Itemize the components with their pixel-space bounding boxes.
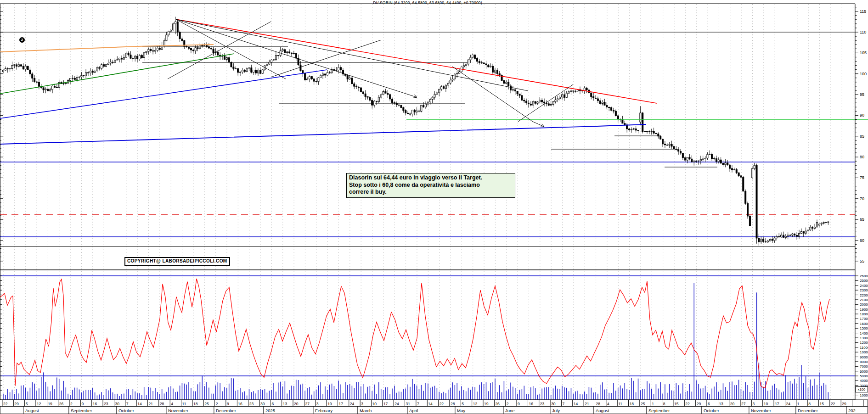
svg-text:16: 16 (238, 402, 242, 406)
svg-text:8: 8 (663, 402, 665, 406)
svg-text:25000: 25000 (860, 279, 868, 283)
svg-text:1000: 1000 (860, 393, 868, 397)
svg-text:25: 25 (204, 402, 209, 406)
orange-ma (0, 45, 214, 52)
fan-1 (176, 19, 286, 79)
svg-text:14000: 14000 (860, 331, 868, 336)
svg-text:March: March (360, 408, 372, 413)
svg-text:15: 15 (820, 402, 824, 406)
svg-text:12: 12 (473, 402, 478, 406)
svg-text:30: 30 (115, 402, 120, 406)
svg-text:13: 13 (719, 402, 723, 406)
svg-text:80: 80 (860, 155, 864, 159)
svg-text:5: 5 (26, 402, 28, 406)
svg-text:22: 22 (685, 402, 690, 406)
svg-text:1: 1 (797, 402, 800, 406)
svg-text:16: 16 (93, 402, 97, 406)
svg-text:27: 27 (305, 402, 310, 406)
blue-longterm-ma (0, 124, 646, 144)
svg-text:September: September (648, 408, 670, 413)
svg-text:9000: 9000 (860, 355, 868, 359)
svg-text:22000: 22000 (860, 293, 868, 297)
svg-text:28: 28 (596, 402, 601, 406)
svg-text:29: 29 (14, 402, 19, 406)
svg-text:9: 9 (518, 402, 520, 406)
svg-text:13: 13 (283, 402, 287, 406)
date-axis: 2229512192629162330714212841118252916233… (2, 400, 868, 407)
svg-text:27: 27 (741, 402, 746, 406)
svg-text:26: 26 (495, 402, 500, 406)
annotation-line: Diasorin sui 64,44 euro in viaggio verso… (349, 174, 513, 182)
svg-text:November: November (751, 408, 771, 413)
svg-text:19000: 19000 (860, 308, 868, 312)
svg-text:7: 7 (417, 402, 419, 406)
svg-text:110: 110 (860, 30, 866, 34)
svg-text:11: 11 (618, 402, 622, 406)
svg-text:6000: 6000 (860, 369, 868, 374)
svg-text:26000: 26000 (860, 274, 868, 278)
svg-text:October: October (704, 408, 719, 413)
fan-2 (176, 19, 417, 97)
svg-text:90: 90 (860, 113, 864, 117)
svg-text:7000: 7000 (860, 364, 868, 369)
svg-text:29: 29 (697, 402, 701, 406)
svg-text:6: 6 (271, 402, 274, 406)
svg-text:18: 18 (193, 402, 198, 406)
svg-text:17000: 17000 (860, 317, 868, 321)
svg-text:4: 4 (607, 402, 609, 406)
svg-text:June: June (505, 408, 515, 413)
svg-text:3: 3 (752, 402, 755, 406)
date-cell (852, 400, 863, 407)
svg-text:19: 19 (48, 402, 52, 406)
month-axis: AugustSeptemberOctoberNovemberDecember20… (0, 407, 868, 414)
svg-text:4: 4 (171, 402, 173, 406)
svg-text:17: 17 (775, 402, 779, 406)
oscillator-line (0, 279, 829, 388)
circled-2-marker: 2 (19, 37, 25, 43)
svg-text:2: 2 (216, 402, 218, 406)
svg-text:5000: 5000 (860, 374, 868, 378)
svg-text:17: 17 (339, 402, 344, 406)
svg-text:60: 60 (860, 238, 864, 243)
svg-text:21000: 21000 (860, 298, 868, 302)
svg-text:18000: 18000 (860, 312, 868, 316)
svg-text:10: 10 (327, 402, 332, 406)
svg-text:25: 25 (641, 402, 645, 406)
svg-text:7: 7 (126, 402, 129, 406)
svg-text:30: 30 (260, 402, 265, 406)
svg-text:22: 22 (440, 402, 444, 406)
svg-text:10000: 10000 (860, 350, 868, 354)
annotation-line: Stop sotto i 60,8 come da operatività e … (349, 182, 513, 189)
svg-text:24: 24 (350, 402, 355, 406)
blue-uptrend (0, 70, 327, 118)
svg-text:22: 22 (831, 402, 835, 406)
svg-text:65: 65 (860, 217, 864, 222)
svg-text:15: 15 (674, 402, 679, 406)
svg-text:February: February (315, 408, 333, 413)
analyst-annotation: Diasorin sui 64,44 euro in viaggio verso… (346, 173, 515, 198)
svg-text:2025: 2025 (265, 408, 275, 413)
svg-text:75: 75 (860, 175, 864, 180)
horizontal-levels (0, 32, 855, 376)
svg-text:11000: 11000 (860, 346, 868, 350)
svg-text:April: April (409, 408, 418, 413)
svg-text:10: 10 (372, 402, 377, 406)
svg-text:14: 14 (428, 402, 433, 406)
svg-text:22: 22 (3, 402, 8, 406)
svg-text:55: 55 (860, 259, 864, 263)
copyright-label: COPYRIGHT@ LABORSADEIPICCOLI.COM (124, 257, 230, 266)
svg-text:202: 202 (848, 408, 856, 413)
axes: 5560657075808590951001051101151000200030… (0, 4, 868, 400)
svg-text:19: 19 (484, 402, 489, 406)
svg-text:15000: 15000 (860, 326, 868, 330)
svg-text:November: November (168, 408, 188, 413)
candlesticks (2, 17, 829, 246)
svg-text:100: 100 (860, 72, 867, 76)
svg-text:8000: 8000 (860, 360, 868, 364)
svg-text:23: 23 (249, 402, 254, 406)
svg-text:1: 1 (652, 402, 654, 406)
svg-text:23: 23 (104, 402, 108, 406)
svg-text:9: 9 (227, 402, 229, 406)
svg-text:95: 95 (860, 92, 864, 97)
svg-text:October: October (118, 408, 134, 413)
